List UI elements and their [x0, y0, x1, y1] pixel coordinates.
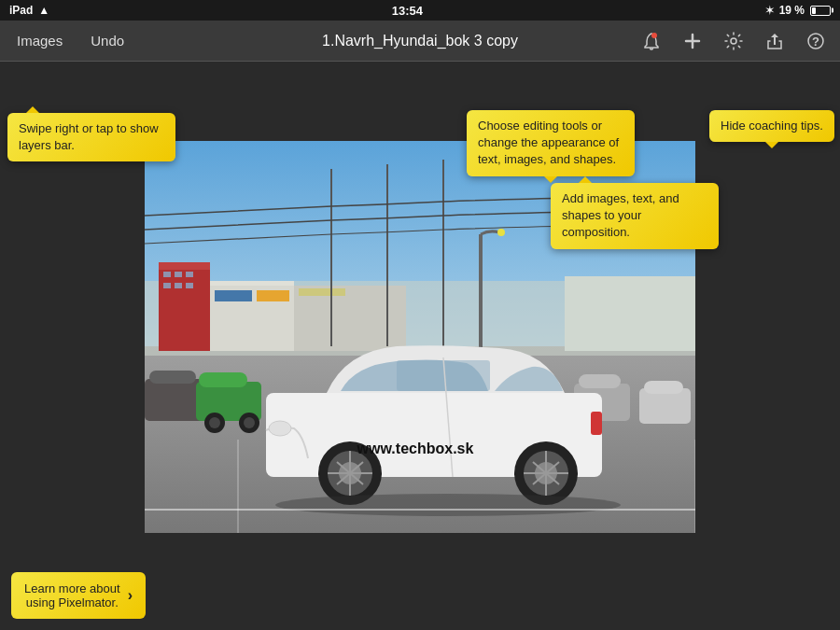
svg-rect-16	[186, 283, 193, 288]
tooltip-swipe-right: Swipe right or tap to show layers bar.	[7, 113, 175, 161]
svg-rect-14	[163, 283, 171, 288]
battery-percent: 19 %	[779, 4, 805, 17]
toolbar-right: ?	[624, 30, 829, 52]
question-icon: ?	[806, 32, 825, 50]
svg-rect-45	[591, 412, 602, 435]
chevron-right-icon: ›	[128, 587, 133, 604]
share-button[interactable]	[762, 30, 788, 52]
settings-button[interactable]	[721, 30, 747, 52]
svg-text:?: ?	[812, 35, 819, 49]
status-left: iPad ▲	[9, 4, 49, 17]
svg-point-38	[209, 417, 220, 428]
tooltip-swipe-text: Swipe right or tap to show layers bar.	[19, 121, 159, 152]
help-button[interactable]: ?	[803, 30, 829, 52]
svg-point-28	[497, 229, 505, 236]
battery-fill	[812, 7, 816, 14]
svg-text:www.techbox.sk: www.techbox.sk	[357, 441, 474, 456]
svg-rect-13	[186, 272, 193, 277]
toolbar-center: 1.Navrh_Hyundai_bok 3 copy	[216, 33, 624, 49]
svg-rect-20	[257, 290, 289, 301]
bottom-bar: Learn more about using Pixelmator. ›	[11, 572, 146, 619]
svg-rect-36	[199, 372, 247, 387]
svg-rect-19	[215, 290, 252, 301]
notifications-button[interactable]	[638, 30, 665, 52]
main-content: www.techbox.sk Swipe right or tap to sho…	[0, 62, 840, 630]
svg-rect-30	[579, 374, 621, 388]
bell-icon	[642, 32, 661, 50]
battery-icon	[810, 6, 831, 16]
svg-point-0	[651, 33, 657, 38]
toolbar: Images Undo 1.Navrh_Hyundai_bok 3 copy	[0, 21, 840, 62]
tooltip-add-text: Add images, text, and shapes to your com…	[562, 191, 679, 239]
svg-rect-23	[565, 276, 695, 351]
tooltip-editing-tools: Choose editing tools or change the appea…	[467, 110, 635, 176]
svg-point-40	[244, 417, 255, 428]
svg-rect-15	[175, 283, 182, 288]
status-right: ✶ 19 %	[765, 4, 831, 17]
images-button[interactable]: Images	[11, 29, 68, 52]
learn-more-line1: Learn more about	[24, 581, 120, 595]
status-time: 13:54	[392, 4, 423, 18]
svg-rect-11	[163, 272, 171, 277]
carrier-label: iPad	[9, 4, 33, 17]
tooltip-add-images: Add images, text, and shapes to your com…	[551, 183, 719, 249]
learn-more-button[interactable]: Learn more about using Pixelmator. ›	[11, 572, 146, 619]
undo-button[interactable]: Undo	[85, 29, 130, 52]
tooltip-hide-coaching: Hide coaching tips.	[709, 110, 834, 142]
svg-rect-12	[175, 272, 182, 277]
tooltip-edit-text: Choose editing tools or change the appea…	[478, 119, 619, 166]
svg-point-3	[731, 38, 736, 44]
svg-rect-22	[299, 288, 345, 296]
document-title: 1.Navrh_Hyundai_bok 3 copy	[322, 33, 518, 49]
wifi-icon: ▲	[38, 4, 49, 17]
svg-rect-10	[159, 262, 210, 270]
svg-point-60	[275, 494, 621, 516]
bluetooth-icon: ✶	[765, 5, 774, 17]
share-icon	[765, 32, 784, 50]
learn-more-line2: using Pixelmator.	[24, 595, 120, 609]
svg-rect-34	[149, 371, 196, 384]
svg-rect-32	[644, 381, 683, 394]
gear-icon	[724, 32, 743, 50]
svg-rect-18	[210, 281, 294, 286]
plus-icon	[683, 32, 702, 50]
add-button[interactable]	[679, 30, 706, 52]
toolbar-left: Images Undo	[11, 29, 216, 52]
learn-more-text: Learn more about using Pixelmator.	[24, 581, 120, 609]
status-bar: iPad ▲ 13:54 ✶ 19 %	[0, 0, 840, 21]
tooltip-hide-text: Hide coaching tips.	[721, 119, 823, 133]
svg-point-44	[269, 421, 291, 436]
